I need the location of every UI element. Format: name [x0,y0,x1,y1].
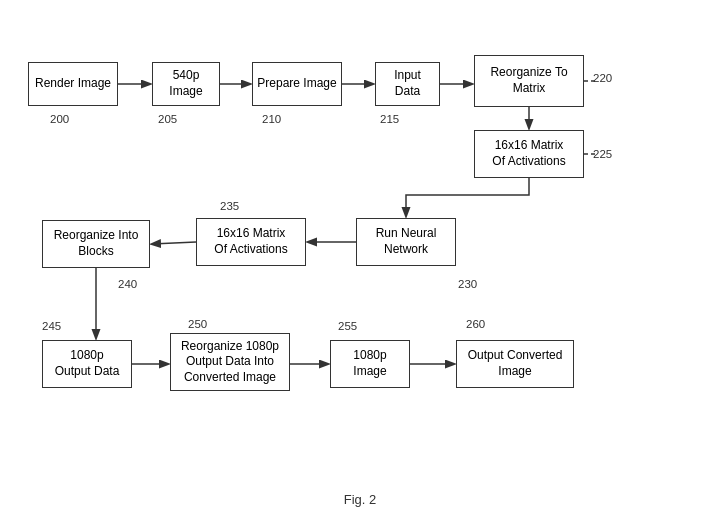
svg-line-6 [152,242,196,244]
label-200: 200 [50,113,69,125]
label-240: 240 [118,278,137,290]
label-260: 260 [466,318,485,330]
label-215: 215 [380,113,399,125]
label-220: 220 [593,72,612,84]
fig-caption: Fig. 2 [344,492,377,507]
box-reorganize-to-matrix: Reorganize ToMatrix [474,55,584,107]
box-render-image: Render Image [28,62,118,106]
box-1080p-image: 1080pImage [330,340,410,388]
label-235: 235 [220,200,239,212]
box-prepare-image: Prepare Image [252,62,342,106]
box-16x16-matrix-mid: 16x16 MatrixOf Activations [196,218,306,266]
label-225: 225 [593,148,612,160]
diagram-container: Render Image 540pImage Prepare Image Inp… [0,0,720,480]
box-input-data: InputData [375,62,440,106]
label-205: 205 [158,113,177,125]
label-250: 250 [188,318,207,330]
box-reorganize-1080p: Reorganize 1080pOutput Data IntoConverte… [170,333,290,391]
label-255: 255 [338,320,357,332]
box-reorganize-into-blocks: Reorganize IntoBlocks [42,220,150,268]
label-230: 230 [458,278,477,290]
box-1080p-output-data: 1080pOutput Data [42,340,132,388]
box-output-converted-image: Output ConvertedImage [456,340,574,388]
box-run-neural-network: Run NeuralNetwork [356,218,456,266]
label-210: 210 [262,113,281,125]
box-540p-image: 540pImage [152,62,220,106]
box-16x16-matrix-top: 16x16 MatrixOf Activations [474,130,584,178]
label-245: 245 [42,320,61,332]
